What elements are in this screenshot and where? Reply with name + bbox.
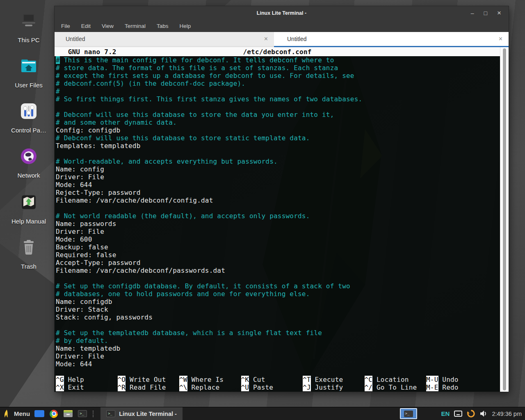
taskbar: Menu >_ >_ Linux Lite Terminal - >_ EN 2… (0, 407, 525, 420)
menu-item-help[interactable]: Help (180, 23, 191, 29)
archive-icon (64, 410, 73, 417)
volume-icon[interactable] (480, 410, 487, 417)
shortcut-column: ^T Execute^J Justify (303, 376, 365, 391)
clock[interactable]: 2:49:36 pm (492, 411, 522, 417)
nano-shortcut: ^T Execute (303, 376, 365, 383)
terminal-launcher[interactable]: >_ (78, 410, 87, 418)
window-title: Linux Lite Terminal - (55, 10, 509, 16)
language-indicator[interactable]: EN (441, 410, 450, 417)
file-manager-icon (34, 410, 44, 417)
shortcut-label: Execute (311, 376, 343, 383)
taskbar-window-button[interactable]: >_ Linux Lite Terminal - (100, 407, 183, 420)
terminal-line: Stack: config, passwords (56, 313, 500, 321)
tab-close-icon[interactable]: × (499, 35, 502, 43)
window-titlebar[interactable]: Linux Lite Terminal - – □ × (55, 6, 509, 20)
terminal-line: # store data. The format of this file is… (56, 64, 500, 72)
shortcut-key: ^X (56, 383, 64, 391)
scrollbar-thumb[interactable] (503, 48, 506, 390)
nano-shortcut: ^\ Replace (179, 383, 241, 391)
maximize-icon[interactable]: □ (484, 10, 487, 16)
file-manager-launcher[interactable] (34, 410, 44, 418)
shortcut-column: ^K Cut^U Paste (241, 376, 303, 391)
tray-terminal-button[interactable]: >_ (400, 408, 417, 419)
shortcut-key: ^T (303, 376, 311, 383)
minimize-icon[interactable]: – (471, 10, 474, 16)
shortcut-key: ^K (241, 376, 249, 383)
desktop-icon-trash[interactable]: Trash (4, 237, 53, 270)
tab-untitled-1[interactable]: Untitled × (55, 32, 274, 47)
nano-shortcut: ^X Exit (56, 383, 118, 391)
nano-shortcuts: ^G Help^X Exit^O Write Out^R Read File^W… (55, 376, 500, 392)
terminal-icon: >_ (404, 411, 413, 417)
shortcut-key: ^/ (365, 383, 373, 391)
shortcut-key: ^U (241, 383, 249, 391)
desktop-icon-control-panel[interactable]: Control Pa… (4, 100, 53, 134)
tab-untitled-2[interactable]: Untitled × (274, 32, 509, 47)
linux-lite-menu-icon[interactable] (3, 409, 9, 418)
shortcut-label: Write Out (126, 376, 166, 383)
nano-shortcut: ^/ Go To Line (365, 383, 427, 391)
terminal-line: Reject-Type: password (56, 189, 500, 196)
chrome-launcher[interactable] (49, 410, 59, 418)
desktop-icon-label: Network (4, 172, 53, 179)
nano-shortcut: M-U Undo (426, 376, 459, 383)
shortcut-column: ^G Help^X Exit (56, 376, 118, 391)
menu-button[interactable]: Menu (14, 410, 30, 417)
archive-launcher[interactable] (63, 410, 73, 418)
shortcut-label: Redo (438, 383, 459, 391)
desktop-icon-user-files[interactable]: User Files (4, 55, 53, 89)
control-panel-icon (18, 100, 39, 122)
terminal-screen[interactable]: GNU nano 7.2 /etc/debconf.conf # This is… (55, 47, 500, 392)
terminal-line: # So first things first. This first stan… (56, 95, 500, 103)
terminal-line: Driver: File (56, 228, 500, 235)
desktop-icon-this-pc[interactable]: This PC (4, 10, 53, 43)
terminal-line (56, 321, 500, 329)
shortcut-label: Replace (187, 383, 220, 391)
desktop-icon-network[interactable]: Network (4, 146, 53, 179)
terminal-line: # Set up the templatedb database, which … (56, 329, 500, 337)
menu-item-tabs[interactable]: Tabs (157, 23, 169, 29)
tab-label: Untitled (66, 36, 85, 42)
terminal-line: # Debconf will use this database to stor… (56, 111, 500, 119)
shortcut-key: M-E (426, 383, 438, 391)
terminal-line: Name: config (56, 165, 500, 173)
terminal-line: # debconf.conf(5) (in the debconf-doc pa… (56, 80, 500, 87)
nano-shortcut: ^O Write Out (118, 376, 180, 383)
shortcut-label: Paste (249, 383, 273, 391)
terminal-line: # by default. (56, 337, 500, 345)
update-manager-icon[interactable] (467, 409, 475, 418)
trash-icon (18, 237, 39, 258)
terminal-line: Filename: /var/cache/debconf/config.dat (56, 196, 500, 204)
menu-item-file[interactable]: File (61, 23, 70, 29)
desktop-icon-help-manual[interactable]: Help Manual (4, 192, 53, 225)
terminal-line: # Not world readable (the default), and … (56, 212, 500, 220)
shortcut-column: M-U UndoM-E Redo (426, 376, 459, 391)
menu-item-terminal[interactable]: Terminal (125, 23, 146, 29)
taskbar-separator (93, 411, 94, 417)
tab-label: Untitled (287, 36, 306, 42)
shortcut-label: Go To Line (372, 383, 417, 391)
shortcut-label: Undo (438, 376, 459, 383)
terminal-line: # databases, one to hold passwords and o… (56, 290, 500, 298)
terminal-line (56, 204, 500, 212)
tab-close-icon[interactable]: × (264, 35, 268, 43)
shortcut-label: Help (64, 376, 84, 383)
menu-bar: File Edit View Terminal Tabs Help (55, 20, 509, 32)
terminal-line (56, 103, 500, 111)
terminal-line: Required: false (56, 251, 500, 259)
menu-item-view[interactable]: View (102, 23, 114, 29)
terminal-line: # World-readable, and accepts everything… (56, 158, 500, 165)
network-globe-icon (18, 146, 39, 167)
nano-titlebar: GNU nano 7.2 /etc/debconf.conf (55, 47, 500, 56)
menu-item-edit[interactable]: Edit (81, 23, 91, 29)
text-cursor: # (56, 56, 60, 64)
keyboard-icon[interactable] (454, 411, 462, 417)
shortcut-key: M-U (426, 376, 438, 383)
terminal-line: Name: configdb (56, 298, 500, 306)
close-icon[interactable]: × (497, 10, 501, 16)
terminal-line: Config: configdb (56, 126, 500, 134)
shortcut-label: Exit (64, 383, 84, 391)
terminal-line (56, 150, 500, 158)
terminal-scrollbar[interactable] (500, 47, 509, 392)
terminal-line: # This is the main config file for debco… (56, 56, 500, 64)
